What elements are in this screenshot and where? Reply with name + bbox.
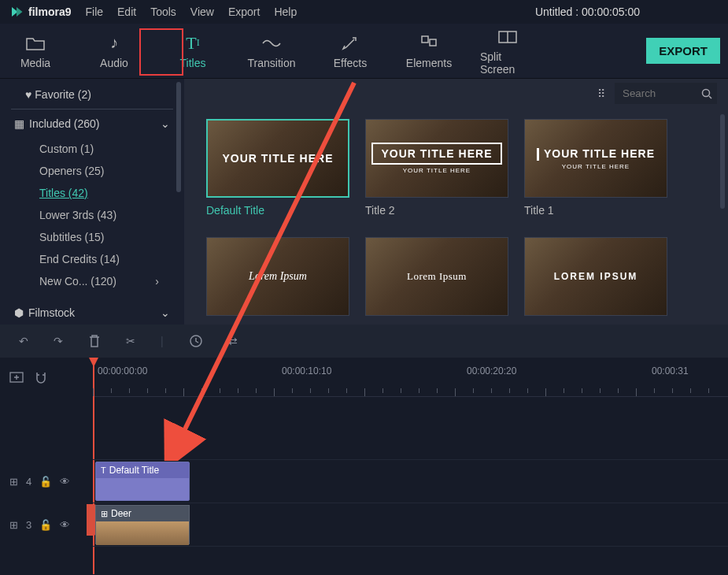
- content-toolbar: ⠿: [184, 79, 728, 108]
- history-icon[interactable]: [189, 334, 203, 348]
- sidebar-item-openers[interactable]: Openers (25): [0, 160, 184, 182]
- track-spacer: [0, 397, 93, 460]
- sidebar-item-endcredits[interactable]: End Credits (14): [0, 248, 184, 270]
- sidebar: ♥ Favorite (2) ▦ Included (260) ⌄ Custom…: [0, 79, 184, 325]
- titlebar: filmora9 File Edit Tools View Export Hel…: [0, 0, 728, 24]
- thumb-lorem-3[interactable]: LOREM IPSUM: [524, 237, 667, 316]
- thumb-default-title[interactable]: YOUR TITLE HERE Default Title: [206, 119, 349, 217]
- menu-file[interactable]: File: [85, 6, 103, 18]
- chevron-right-icon: ›: [155, 275, 159, 288]
- grid-view-icon[interactable]: ⠿: [597, 87, 605, 100]
- timeline: 00:00:00:00 00:00:10:10 00:00:20:20 00:0…: [0, 358, 728, 575]
- settings-icon[interactable]: ⇄: [228, 335, 238, 347]
- menu-export[interactable]: Export: [228, 6, 260, 18]
- elements-icon: [419, 33, 439, 54]
- project-title: Untitled : 00:00:05:00: [535, 6, 640, 18]
- sidebar-included[interactable]: ▦ Included (260) ⌄: [0, 109, 184, 138]
- svg-line-5: [709, 96, 711, 98]
- folder-icon: [25, 33, 46, 54]
- clip-default-title[interactable]: TDefault Title: [95, 462, 190, 501]
- split-icon: [497, 27, 518, 47]
- undo-icon[interactable]: ↶: [19, 335, 28, 347]
- eye-icon[interactable]: 👁: [60, 476, 70, 488]
- sidebar-item-custom[interactable]: Custom (1): [0, 138, 184, 160]
- thumbnail-grid: YOUR TITLE HERE Default Title YOUR TITLE…: [184, 108, 728, 325]
- track-labels: ⊞ 4 🔓 👁 ⊞ 3 🔓 👁: [0, 397, 93, 547]
- svg-rect-0: [422, 36, 428, 43]
- toolbar-audio[interactable]: ♪ Audio: [87, 33, 142, 69]
- lock-icon[interactable]: 🔓: [39, 519, 52, 531]
- search-icon: [701, 88, 712, 99]
- add-track-icon[interactable]: [9, 372, 24, 383]
- svg-rect-1: [430, 39, 436, 46]
- track-label-4: ⊞ 4 🔓 👁: [0, 460, 93, 503]
- redo-icon[interactable]: ↷: [54, 335, 63, 347]
- toolbar-titles[interactable]: TI Titles: [165, 33, 220, 69]
- thumb-lorem-2[interactable]: Lorem Ipsum: [365, 237, 508, 316]
- toolbar-transition[interactable]: Transition: [244, 33, 299, 69]
- menu-bar: File Edit Tools View Export Help: [85, 6, 297, 18]
- track-row-3[interactable]: ⊞Deer: [93, 503, 728, 547]
- svg-point-4: [703, 89, 710, 96]
- effects-icon: [340, 33, 360, 54]
- thumb-title-1[interactable]: YOUR TITLE HEREYOUR TITLE HERE Title 1: [524, 119, 667, 217]
- toolbar-split-screen[interactable]: Split Screen: [480, 27, 535, 76]
- track-row-empty[interactable]: [93, 397, 728, 460]
- menu-view[interactable]: View: [190, 6, 214, 18]
- grid-icon: ▦: [14, 117, 24, 130]
- menu-help[interactable]: Help: [274, 6, 297, 18]
- search-wrap: [615, 83, 717, 104]
- filmstrip-icon: ⊞: [9, 519, 18, 531]
- cut-icon[interactable]: ✂: [126, 335, 135, 347]
- text-clip-icon: T: [101, 466, 106, 475]
- sidebar-filmstock[interactable]: ⬢ Filmstock ⌄: [0, 299, 184, 327]
- track-label-3: ⊞ 3 🔓 👁: [0, 503, 93, 547]
- sidebar-item-lower3rds[interactable]: Lower 3rds (43): [0, 204, 184, 226]
- sidebar-item-subtitles[interactable]: Subtitles (15): [0, 226, 184, 248]
- toolbar-elements[interactable]: Elements: [401, 33, 456, 69]
- transition-icon: [261, 33, 282, 54]
- toolbar-media[interactable]: Media: [8, 33, 63, 69]
- heart-icon: ♥: [25, 88, 31, 101]
- music-icon: ♪: [104, 33, 124, 54]
- box-icon: ⬢: [14, 306, 24, 319]
- app-logo: filmora9: [9, 5, 71, 19]
- track-row-4[interactable]: TDefault Title: [93, 460, 728, 503]
- text-icon: TI: [183, 33, 203, 54]
- timeline-toolbar: ↶ ↷ ✂ | ⇄: [0, 325, 728, 358]
- main-area: ♥ Favorite (2) ▦ Included (260) ⌄ Custom…: [0, 79, 728, 325]
- export-button[interactable]: EXPORT: [646, 38, 720, 64]
- sidebar-favorite[interactable]: ♥ Favorite (2): [11, 79, 173, 109]
- app-name: filmora9: [28, 6, 71, 18]
- clip-thumbnail: [96, 521, 189, 545]
- timeline-ticks[interactable]: 00:00:00:00 00:00:10:10 00:00:20:20 00:0…: [93, 358, 728, 397]
- sidebar-scrollbar[interactable]: [176, 82, 181, 192]
- menu-tools[interactable]: Tools: [150, 6, 176, 18]
- main-toolbar: Media ♪ Audio TI Titles Transition Effec…: [0, 24, 728, 79]
- lock-icon[interactable]: 🔓: [39, 476, 52, 488]
- filmstrip-icon: ⊞: [9, 476, 18, 488]
- delete-icon[interactable]: [88, 334, 101, 348]
- chevron-down-icon: ⌄: [161, 117, 170, 130]
- thumb-lorem-1[interactable]: Lorem Ipsum: [206, 237, 349, 316]
- sidebar-item-titles[interactable]: Titles (42): [0, 182, 184, 204]
- content-panel: ⠿ YOUR TITLE HERE Default Title YOUR TIT…: [184, 79, 728, 325]
- clip-deer[interactable]: ⊞Deer: [95, 505, 190, 544]
- thumb-title-2[interactable]: YOUR TITLE HEREYOUR TITLE HERE Title 2: [365, 119, 508, 217]
- chevron-down-icon: ⌄: [161, 306, 170, 319]
- magnet-icon[interactable]: [35, 371, 47, 384]
- menu-edit[interactable]: Edit: [117, 6, 136, 18]
- timeline-controls: [0, 358, 93, 397]
- timeline-ruler: 00:00:00:00 00:00:10:10 00:00:20:20 00:0…: [0, 358, 728, 397]
- sidebar-item-newco[interactable]: New Co... (120) ›: [0, 270, 184, 292]
- video-clip-icon: ⊞: [101, 509, 108, 519]
- toolbar-effects[interactable]: Effects: [323, 33, 378, 69]
- logo-icon: [9, 5, 24, 19]
- clips-area[interactable]: TDefault Title ⊞Deer: [93, 397, 728, 547]
- content-scrollbar[interactable]: [720, 114, 725, 209]
- timeline-tracks: ⊞ 4 🔓 👁 ⊞ 3 🔓 👁 TDefault Title: [0, 397, 728, 547]
- eye-icon[interactable]: 👁: [60, 519, 70, 531]
